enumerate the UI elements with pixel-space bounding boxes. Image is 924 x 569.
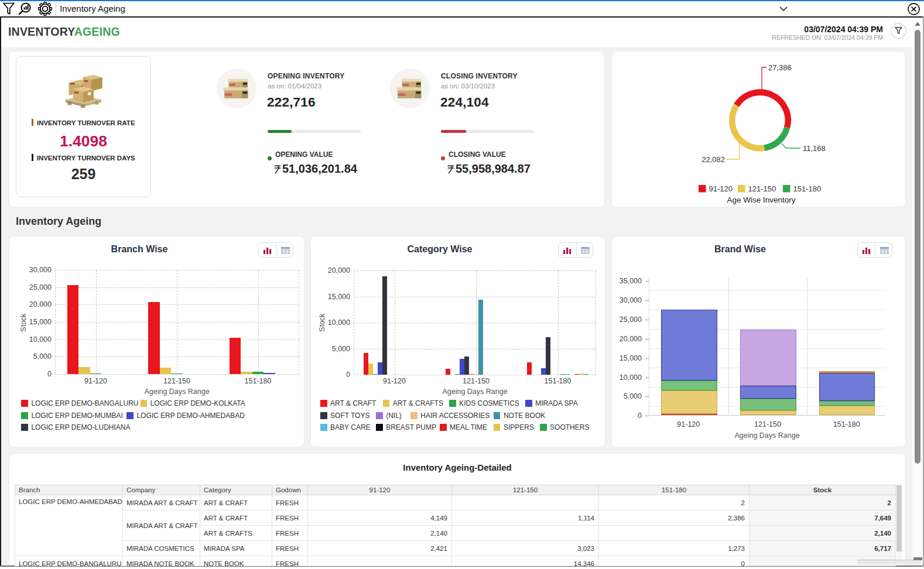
svg-text:22,082: 22,082 bbox=[701, 155, 725, 164]
svg-text:151-180: 151-180 bbox=[793, 184, 822, 193]
svg-text:Age Wise Inventory: Age Wise Inventory bbox=[727, 196, 795, 204]
svg-text:11,168: 11,168 bbox=[803, 144, 826, 153]
svg-text:121-150: 121-150 bbox=[748, 184, 776, 193]
svg-text:91-120: 91-120 bbox=[709, 184, 733, 193]
svg-text:27,386: 27,386 bbox=[768, 63, 792, 72]
